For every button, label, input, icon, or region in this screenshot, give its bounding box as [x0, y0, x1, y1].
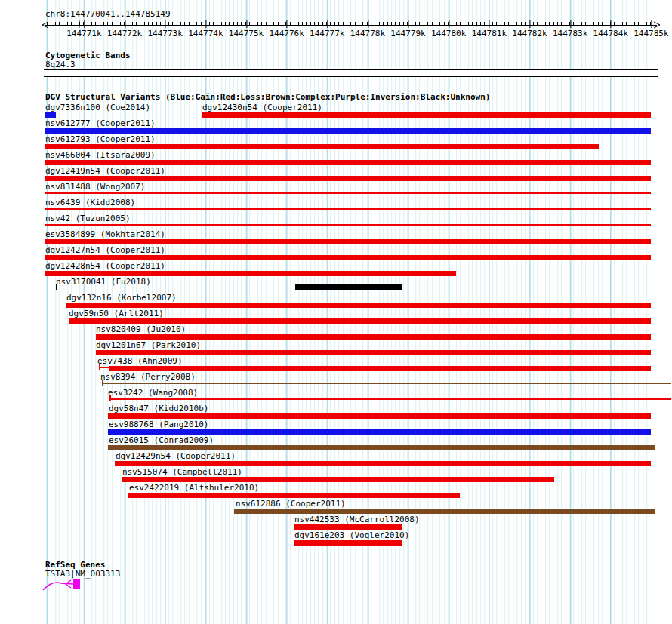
variant-label[interactable]: esv3242 (Wang2008) [108, 389, 198, 397]
variant-bar[interactable] [45, 271, 456, 276]
variant-label[interactable]: nsv466004 (Itsara2009) [45, 151, 156, 159]
ruler-tick-label: 144782k [512, 29, 547, 38]
variant-label[interactable]: dgv1201n67 (Park2010) [96, 341, 201, 349]
variant-label[interactable]: esv2422019 (Altshuler2010) [129, 484, 259, 492]
variant-bar[interactable] [108, 429, 651, 435]
variant-bar[interactable] [45, 160, 651, 165]
gene-glyph[interactable] [42, 576, 85, 592]
variant-bar[interactable] [294, 540, 402, 546]
ruler-tick-label: 144779k [390, 29, 425, 38]
variant-label[interactable]: nsv612886 (Cooper2011) [236, 500, 346, 508]
ruler-tick-label: 144780k [431, 29, 466, 38]
variant-bar[interactable] [96, 334, 651, 340]
refseq-section-title: RefSeq Genes [45, 561, 105, 569]
variant-bar[interactable] [109, 398, 671, 400]
variant-label[interactable]: nsv6439 (Kidd2008) [45, 198, 135, 207]
genome-browser-panel: chr8:144770041..144785149 144771k144772k… [0, 0, 672, 624]
ruler-axis [45, 25, 657, 26]
ruler-tick-label: 144771k [66, 29, 101, 38]
variant-bar[interactable] [45, 239, 651, 244]
ruler-tick-label: 144772k [107, 29, 142, 38]
variant-bar[interactable] [108, 445, 655, 450]
variant-bar[interactable] [45, 112, 56, 118]
variant-label[interactable]: dgv161e203 (Vogler2010) [294, 531, 409, 539]
variant-bar[interactable] [108, 413, 651, 419]
ruler-tick-label: 144778k [350, 29, 385, 38]
ruler-tick-label: 144773k [147, 29, 182, 38]
variant-bar[interactable] [45, 255, 651, 260]
ruler-tick-label: 144776k [269, 29, 304, 38]
variant-label[interactable]: nsv442533 (McCarroll2008) [294, 515, 420, 524]
variant-bar[interactable] [234, 509, 655, 514]
variant-bar[interactable] [45, 176, 651, 181]
ruler-tick-label: 144784k [593, 29, 628, 38]
variant-label[interactable]: dgv7336n100 (Coe2014) [45, 103, 150, 112]
cytoband-band[interactable] [44, 69, 658, 77]
variant-label[interactable]: nsv820409 (Ju2010) [96, 325, 186, 334]
dgv-section-title: DGV Structural Variants (Blue:Gain;Red:L… [45, 93, 490, 101]
variant-label[interactable]: esv26015 (Conrad2009) [109, 436, 214, 444]
variant-label[interactable]: dgv12427n54 (Cooper2011) [45, 246, 165, 254]
variant-bar[interactable] [45, 128, 651, 134]
variant-endpoint-tick[interactable] [56, 284, 57, 290]
ruler-tick-label: 144777k [310, 29, 344, 38]
variant-label[interactable]: dgv12428n54 (Cooper2011) [45, 262, 165, 270]
variant-bar[interactable] [122, 477, 554, 482]
variant-label[interactable]: dgv132n16 (Korbel2007) [66, 294, 177, 302]
variant-bar[interactable] [66, 303, 651, 308]
ruler-tick-label: 144781k [472, 29, 507, 38]
variant-label[interactable]: esv7438 (Ahn2009) [97, 357, 183, 365]
variant-bar[interactable] [128, 493, 460, 498]
variant-label[interactable]: dgv59n50 (Arlt2011) [69, 309, 164, 318]
variant-bar[interactable] [45, 224, 651, 226]
variant-bar[interactable] [69, 318, 651, 324]
variant-bar[interactable] [115, 461, 651, 466]
cytoband-section-title: Cytogenetic Bands [45, 51, 131, 60]
ruler-tick-label: 144774k [188, 29, 223, 38]
variant-label[interactable]: nsv3170041 (Fu2018) [56, 278, 151, 286]
variant-label[interactable]: dgv12430n54 (Cooper2011) [202, 103, 322, 112]
ruler-major-ticks [44, 20, 657, 28]
variant-bar[interactable] [45, 144, 599, 149]
variant-bar[interactable] [294, 524, 402, 530]
variant-bar[interactable] [96, 350, 651, 355]
cytoband-name: 8q24.3 [45, 60, 76, 69]
variant-label[interactable]: nsv612777 (Cooper2011) [45, 119, 156, 128]
ruler-left-arrow-icon [41, 21, 49, 29]
variant-bar[interactable] [295, 284, 402, 290]
variant-label[interactable]: nsv612793 (Cooper2011) [45, 135, 156, 143]
variant-label[interactable]: nsv42 (Tuzun2005) [45, 214, 131, 223]
variant-bar[interactable] [109, 366, 651, 371]
variant-bar[interactable] [202, 112, 651, 118]
variant-bar[interactable] [102, 383, 671, 384]
variant-label[interactable]: nsv515074 (Campbell2011) [122, 468, 242, 476]
variant-label[interactable]: esv3584899 (Mokhtar2014) [45, 230, 165, 238]
ruler-tick-label: 144775k [229, 29, 264, 38]
region-coordinates: chr8:144770041..144785149 [45, 10, 171, 18]
variant-label[interactable]: dgv12429n54 (Cooper2011) [116, 452, 236, 460]
variant-label[interactable]: esv988768 (Pang2010) [109, 420, 208, 429]
variant-label[interactable]: nsv8394 (Perry2008) [100, 373, 196, 381]
variant-bar[interactable] [45, 192, 651, 194]
variant-bar[interactable] [99, 367, 109, 368]
variant-label[interactable]: dgv58n47 (Kidd2010b) [109, 404, 208, 413]
ruler-right-arrow-icon [653, 21, 661, 29]
variant-bar[interactable] [45, 208, 651, 210]
variant-label[interactable]: dgv12419n54 (Cooper2011) [45, 167, 165, 175]
ruler-tick-label: 144783k [553, 29, 587, 38]
ruler-tick-label: 144785k [633, 29, 668, 38]
variant-label[interactable]: nsv831488 (Wong2007) [45, 183, 145, 191]
